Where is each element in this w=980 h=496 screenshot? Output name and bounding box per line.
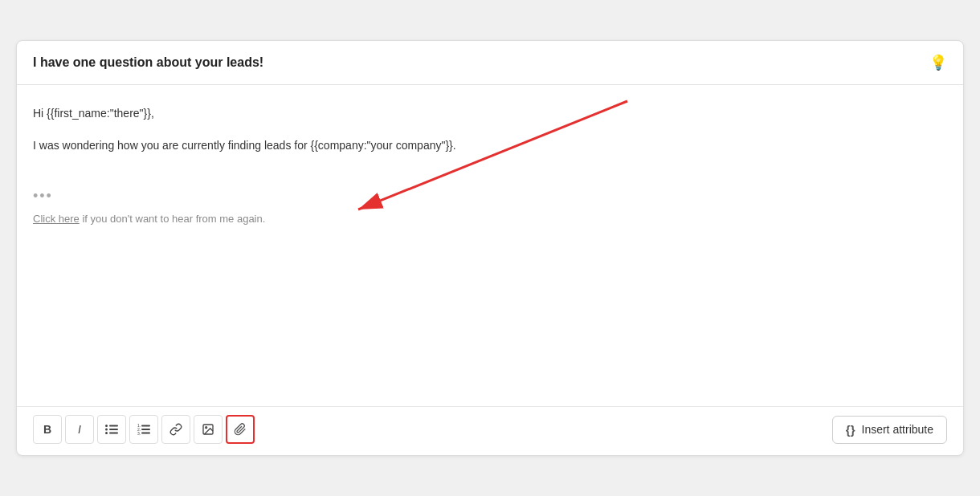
unsubscribe-rest: if you don't want to hear from me again.: [80, 213, 266, 225]
svg-point-4: [105, 429, 108, 431]
svg-point-6: [105, 432, 108, 434]
svg-rect-7: [109, 433, 118, 434]
email-content: Hi {{first_name:"there"}}, I was wonderi…: [33, 104, 947, 156]
image-button[interactable]: [194, 415, 223, 444]
dots-row: •••: [33, 188, 947, 205]
unsubscribe-link[interactable]: Click here: [33, 213, 80, 225]
unordered-list-icon: [105, 424, 118, 435]
attachment-button[interactable]: [226, 415, 255, 444]
subject-bar: I have one question about your leads! 💡: [17, 41, 963, 85]
svg-rect-5: [109, 429, 118, 430]
link-button[interactable]: [161, 415, 190, 444]
unsubscribe-line: Click here if you don't want to hear fro…: [33, 213, 947, 225]
bold-button[interactable]: B: [33, 415, 62, 444]
subject-text: I have one question about your leads!: [33, 55, 263, 70]
ordered-list-button[interactable]: 1. 2. 3.: [129, 415, 158, 444]
insert-attribute-button[interactable]: {} Insert attribute: [832, 416, 947, 444]
image-icon: [202, 423, 214, 436]
lightbulb-icon[interactable]: 💡: [929, 54, 947, 71]
unsubscribe-area: ••• Click here if you don't want to hear…: [33, 188, 947, 225]
link-icon: [169, 423, 182, 436]
svg-point-2: [105, 425, 108, 427]
attachment-icon: [234, 423, 247, 436]
toolbar-area: B I 1. 2. 3.: [17, 406, 963, 455]
svg-text:3.: 3.: [137, 431, 141, 435]
italic-button[interactable]: I: [65, 415, 94, 444]
body-line2: I was wondering how you are currently fi…: [33, 136, 947, 156]
unordered-list-button[interactable]: [97, 415, 126, 444]
email-editor: I have one question about your leads! 💡 …: [16, 40, 964, 456]
svg-rect-9: [141, 425, 150, 427]
svg-point-15: [206, 427, 207, 429]
svg-rect-3: [109, 425, 118, 427]
toolbar-buttons: B I 1. 2. 3.: [33, 415, 255, 444]
body-area: Hi {{first_name:"there"}}, I was wonderi…: [17, 85, 963, 406]
curly-braces-icon: {}: [846, 423, 855, 437]
svg-rect-11: [141, 429, 150, 430]
ordered-list-icon: 1. 2. 3.: [137, 424, 150, 435]
insert-attribute-label: Insert attribute: [862, 423, 934, 436]
svg-rect-13: [141, 433, 150, 434]
greeting-line: Hi {{first_name:"there"}},: [33, 104, 947, 124]
